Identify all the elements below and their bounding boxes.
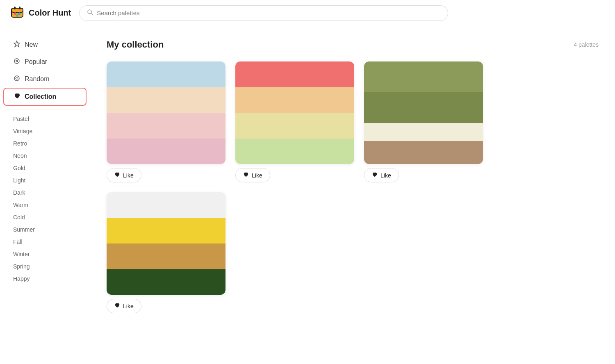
random-icon [13, 75, 20, 84]
color-strip [107, 218, 226, 244]
svg-point-7 [88, 10, 91, 14]
sidebar-tag-summer[interactable]: Summer [0, 223, 90, 236]
sidebar: New Popular Random Collection [0, 26, 90, 364]
popular-icon [13, 57, 20, 66]
header: Color Hunt [0, 0, 615, 26]
sidebar-item-random[interactable]: Random [3, 71, 87, 88]
svg-marker-9 [14, 41, 20, 47]
color-strip [364, 92, 483, 123]
sidebar-tag-winter[interactable]: Winter [0, 248, 90, 260]
sidebar-tag-gold[interactable]: Gold [0, 162, 90, 174]
heart-icon [114, 303, 120, 309]
color-strip [107, 243, 226, 269]
color-strip [107, 87, 226, 113]
color-strip [235, 139, 354, 164]
svg-point-4 [14, 12, 16, 15]
heart-icon [243, 172, 249, 179]
sidebar-item-popular[interactable]: Popular [3, 53, 87, 71]
collection-title: My collection [107, 39, 164, 50]
svg-point-10 [14, 59, 19, 64]
sidebar-tag-retro[interactable]: Retro [0, 137, 90, 150]
sidebar-tag-spring[interactable]: Spring [0, 260, 90, 273]
collection-header: My collection 4 palettes [107, 39, 599, 50]
sidebar-tag-cold[interactable]: Cold [0, 211, 90, 223]
color-strip [107, 61, 226, 87]
like-label-1: Like [123, 172, 134, 179]
svg-point-11 [16, 60, 18, 62]
color-strip [107, 139, 226, 164]
color-strip [107, 269, 226, 295]
sidebar-item-random-label: Random [25, 75, 49, 83]
svg-point-5 [18, 12, 20, 15]
svg-rect-3 [19, 7, 20, 9]
palette-colors-2[interactable] [235, 61, 354, 164]
sidebar-tag-warm[interactable]: Warm [0, 199, 90, 211]
palette-card-3: Like [364, 61, 483, 182]
sidebar-item-popular-label: Popular [25, 58, 47, 66]
sidebar-divider [7, 109, 83, 109]
sidebar-tag-dark[interactable]: Dark [0, 187, 90, 199]
like-button-1[interactable]: Like [107, 168, 141, 182]
heart-icon [372, 172, 378, 179]
sidebar-tag-light[interactable]: Light [0, 174, 90, 187]
search-icon [87, 9, 93, 17]
like-button-2[interactable]: Like [235, 168, 270, 182]
palette-colors-4[interactable] [107, 192, 226, 295]
sidebar-item-new[interactable]: New [3, 36, 87, 53]
svg-point-12 [14, 76, 19, 81]
search-input[interactable] [97, 9, 440, 16]
color-strip [364, 123, 483, 141]
main-content: My collection 4 palettes [90, 26, 615, 364]
like-label-2: Like [252, 172, 262, 179]
heart-icon [114, 172, 120, 179]
color-strip [107, 192, 226, 218]
sidebar-tag-vintage[interactable]: Vintage [0, 125, 90, 137]
logo-text: Color Hunt [29, 8, 71, 18]
palette-card-1: Like [107, 61, 226, 182]
palette-colors-1[interactable] [107, 61, 226, 164]
color-strip [107, 113, 226, 139]
logo-icon [10, 6, 25, 20]
body-layout: New Popular Random Collection [0, 26, 615, 364]
svg-point-6 [16, 14, 18, 17]
color-strip [235, 61, 354, 87]
sidebar-item-collection[interactable]: Collection [3, 88, 87, 106]
collection-icon [14, 93, 20, 101]
app-layout: Color Hunt New Popular [0, 0, 615, 364]
like-label-4: Like [123, 303, 134, 309]
color-strip [364, 141, 483, 164]
palettes-grid: Like Like [107, 61, 599, 313]
sidebar-tag-neon[interactable]: Neon [0, 150, 90, 162]
new-icon [13, 40, 20, 49]
sidebar-tag-happy[interactable]: Happy [0, 273, 90, 285]
color-strip [235, 87, 354, 113]
search-bar [79, 5, 448, 21]
like-button-4[interactable]: Like [107, 299, 141, 313]
svg-rect-1 [11, 8, 23, 12]
color-strip [235, 113, 354, 139]
sidebar-tag-fall[interactable]: Fall [0, 236, 90, 248]
logo[interactable]: Color Hunt [10, 6, 71, 20]
palette-colors-3[interactable] [364, 61, 483, 164]
sidebar-tag-pastel[interactable]: Pastel [0, 113, 90, 125]
svg-line-8 [91, 13, 93, 15]
like-label-3: Like [380, 172, 391, 179]
sidebar-item-new-label: New [25, 41, 38, 48]
palette-count: 4 palettes [574, 41, 599, 48]
like-button-3[interactable]: Like [364, 168, 399, 182]
svg-rect-2 [14, 7, 16, 9]
color-strip [364, 61, 483, 92]
palette-card-4: Like [107, 192, 226, 313]
palette-card-2: Like [235, 61, 354, 182]
sidebar-item-collection-label: Collection [25, 93, 56, 100]
